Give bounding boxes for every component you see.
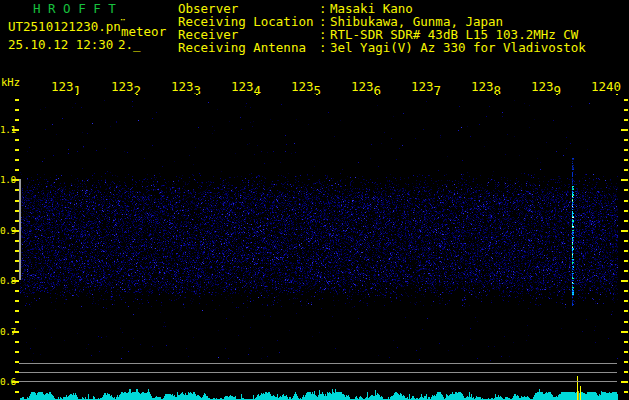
y-axis-tick-right	[624, 250, 628, 252]
x-axis-label: 1239	[531, 80, 565, 94]
y-axis-tick-right	[621, 129, 628, 131]
x-axis-label: 1238	[471, 80, 505, 94]
y-axis-tick-right	[624, 240, 628, 242]
y-axis-tick-right	[624, 351, 628, 353]
y-axis-tick-right	[624, 210, 628, 212]
y-axis-tick-right	[624, 189, 628, 191]
y-axis-tick-right	[624, 149, 628, 151]
y-axis-tick-right	[624, 300, 628, 302]
info-row-label: Receiving Antenna	[178, 41, 319, 54]
y-axis-tick-right	[624, 341, 628, 343]
x-axis-label: 1233	[171, 80, 205, 94]
y-axis-tick-right	[621, 280, 628, 282]
x-axis-label: 1236	[351, 80, 385, 94]
y-axis-tick-right	[624, 169, 628, 171]
level-grid-line	[19, 372, 617, 373]
y-axis-tick-left	[12, 179, 19, 181]
y-axis-tick-right	[624, 200, 628, 202]
y-axis-tick-right	[624, 220, 628, 222]
y-axis-tick-right	[624, 109, 628, 111]
x-axis-label: 1232	[111, 80, 145, 94]
info-row-value: 3el Yagi(V) Az 330 for Vladivostok	[330, 40, 586, 55]
count-band-marker-line	[19, 179, 21, 280]
level-grid-line	[19, 363, 617, 364]
y-axis-tick-right	[621, 381, 628, 383]
info-row: Receiving Antenna:3el Yagi(V) Az 330 for…	[178, 41, 586, 54]
x-axis-label: 1240	[591, 80, 625, 94]
x-axis-label: 1235	[291, 80, 325, 94]
y-axis-tick-right	[621, 331, 628, 333]
y-axis-tick-right	[621, 179, 628, 181]
y-axis-tick-right	[624, 119, 628, 121]
level-grid-line	[19, 381, 617, 382]
mode-label: meteor	[121, 25, 166, 38]
y-axis-tick-left	[12, 230, 19, 232]
y-axis-tick-right	[624, 99, 628, 101]
app-title: H R O F F T	[33, 2, 116, 15]
spectrogram-canvas	[19, 95, 619, 400]
hrofft-frame: H R O F F T UT2510121230.pn ¨ meteor 25.…	[0, 0, 629, 400]
x-axis-label: 1234	[231, 80, 265, 94]
y-axis-tick-right	[624, 361, 628, 363]
station-info-table: Observer:Masaki KanoReceiving Location:S…	[178, 2, 586, 54]
y-axis-tick-right	[624, 290, 628, 292]
y-axis-tick-left	[12, 280, 19, 282]
x-axis-label: 1237	[411, 80, 445, 94]
y-axis-tick-right	[624, 139, 628, 141]
x-axis-label: 1231	[51, 80, 85, 94]
y-axis-tick-right	[624, 371, 628, 373]
y-axis-tick-left	[12, 381, 19, 383]
echo-counter: 2._	[118, 38, 141, 51]
y-axis-tick-right	[624, 321, 628, 323]
y-axis-tick-left	[12, 331, 19, 333]
frame-datetime: 25.10.12 12:30	[8, 38, 113, 51]
output-filename: UT2510121230.pn	[8, 20, 121, 33]
y-axis-unit-label: kHz	[1, 76, 20, 89]
y-axis-tick-right	[624, 270, 628, 272]
y-axis-tick-left	[12, 129, 19, 131]
y-axis-tick-right	[624, 260, 628, 262]
y-axis-tick-right	[624, 310, 628, 312]
info-row-colon: :	[319, 41, 330, 54]
y-axis-tick-right	[621, 230, 628, 232]
y-axis-tick-right	[624, 391, 628, 393]
y-axis-tick-right	[624, 159, 628, 161]
